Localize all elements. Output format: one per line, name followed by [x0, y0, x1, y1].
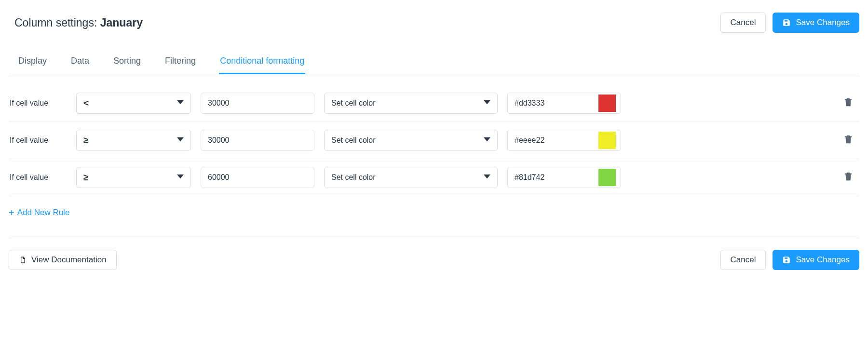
action-select[interactable]: Set cell color: [324, 93, 498, 114]
tab-filtering[interactable]: Filtering: [164, 56, 197, 74]
rule-label: If cell value: [9, 173, 67, 182]
tab-display[interactable]: Display: [17, 56, 48, 74]
chevron-down-icon: [177, 173, 184, 182]
tab-data[interactable]: Data: [70, 56, 90, 74]
cancel-button-label: Cancel: [731, 255, 756, 265]
delete-rule-button[interactable]: [843, 134, 855, 147]
color-hex-value: #81d742: [515, 173, 544, 182]
trash-icon: [843, 97, 854, 108]
header-row: Column settings: January Cancel Save Cha…: [9, 0, 859, 41]
operator-select[interactable]: <: [76, 93, 191, 114]
action-value: Set cell color: [331, 173, 376, 182]
save-button-label: Save Changes: [796, 18, 850, 27]
save-changes-button[interactable]: Save Changes: [773, 13, 859, 33]
chevron-down-icon: [177, 136, 184, 145]
footer-actions: Cancel Save Changes: [720, 250, 859, 270]
color-swatch: [598, 132, 616, 149]
document-icon: [19, 255, 27, 265]
color-input[interactable]: #eeee22: [507, 130, 621, 151]
operator-select[interactable]: ≥: [76, 167, 191, 188]
value-input[interactable]: [201, 93, 314, 114]
color-hex-value: #dd3333: [515, 99, 544, 108]
plus-icon: +: [9, 208, 14, 217]
save-icon: [782, 18, 791, 27]
rule-label: If cell value: [9, 99, 67, 108]
color-input[interactable]: #81d742: [507, 167, 621, 188]
save-changes-button[interactable]: Save Changes: [773, 250, 859, 270]
operator-select[interactable]: ≥: [76, 130, 191, 151]
footer-row: View Documentation Cancel Save Changes: [9, 238, 859, 278]
tab-conditional-formatting[interactable]: Conditional formatting: [219, 56, 305, 74]
rule-row: If cell value ≥ Set cell color #81d742: [9, 159, 859, 196]
cancel-button[interactable]: Cancel: [720, 13, 766, 33]
value-input[interactable]: [201, 130, 314, 151]
rule-row: If cell value ≥ Set cell color #eeee22: [9, 122, 859, 159]
trash-icon: [843, 171, 854, 182]
rules-list: If cell value < Set cell color #dd3333 I…: [9, 91, 859, 196]
value-input[interactable]: [201, 167, 314, 188]
rule-label: If cell value: [9, 136, 67, 145]
add-new-rule-button[interactable]: + Add New Rule: [9, 196, 69, 233]
cancel-button-label: Cancel: [731, 18, 756, 27]
trash-icon: [843, 134, 854, 145]
chevron-down-icon: [484, 173, 490, 182]
operator-value: ≥: [83, 172, 88, 183]
color-swatch: [598, 169, 616, 186]
chevron-down-icon: [177, 99, 184, 108]
color-input[interactable]: #dd3333: [507, 93, 621, 114]
action-select[interactable]: Set cell color: [324, 130, 498, 151]
chevron-down-icon: [484, 136, 490, 145]
page-title-value: January: [100, 16, 143, 29]
color-hex-value: #eeee22: [515, 136, 544, 145]
operator-value: <: [83, 98, 89, 109]
delete-rule-button[interactable]: [843, 171, 855, 184]
action-select[interactable]: Set cell color: [324, 167, 498, 188]
cancel-button[interactable]: Cancel: [720, 250, 766, 270]
chevron-down-icon: [484, 99, 490, 108]
action-value: Set cell color: [331, 99, 376, 108]
view-documentation-button[interactable]: View Documentation: [9, 250, 117, 270]
tabs: Display Data Sorting Filtering Condition…: [9, 56, 859, 74]
save-button-label: Save Changes: [796, 255, 850, 265]
page-title: Column settings: January: [14, 16, 143, 29]
view-documentation-label: View Documentation: [31, 255, 107, 265]
add-rule-label: Add New Rule: [17, 208, 70, 217]
tab-sorting[interactable]: Sorting: [112, 56, 142, 74]
save-icon: [782, 256, 791, 264]
delete-rule-button[interactable]: [843, 97, 855, 109]
header-actions: Cancel Save Changes: [720, 13, 859, 33]
color-swatch: [598, 95, 616, 112]
action-value: Set cell color: [331, 136, 376, 145]
operator-value: ≥: [83, 135, 88, 146]
rule-row: If cell value < Set cell color #dd3333: [9, 91, 859, 122]
page-title-prefix: Column settings:: [14, 16, 100, 29]
